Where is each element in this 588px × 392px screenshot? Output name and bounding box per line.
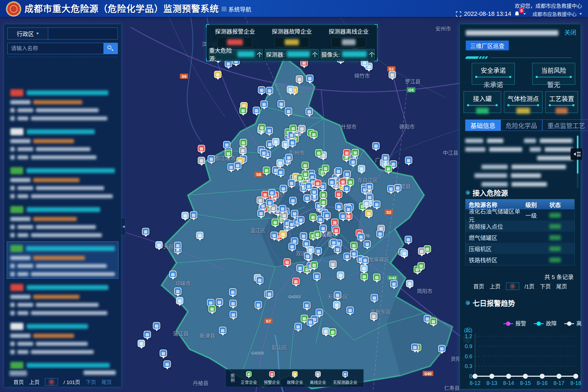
map-marker[interactable]: ▦ bbox=[292, 278, 300, 289]
map-marker[interactable]: ▦ bbox=[155, 241, 163, 252]
prev-page-button[interactable]: 上页 bbox=[490, 282, 501, 290]
map-marker[interactable]: ▦ bbox=[313, 272, 321, 283]
map-marker[interactable]: ▦ bbox=[319, 198, 327, 209]
map-marker[interactable]: ▦ bbox=[328, 178, 336, 189]
map-marker[interactable]: ▦ bbox=[343, 170, 351, 181]
sidebar-collapse-button[interactable]: ◀ bbox=[121, 218, 126, 235]
map-marker[interactable]: ▦ bbox=[305, 182, 313, 193]
map-marker[interactable]: ▦ bbox=[277, 100, 285, 111]
company-list-item[interactable] bbox=[7, 86, 118, 123]
map-marker[interactable]: ▦ bbox=[219, 327, 227, 338]
map-marker[interactable]: ▦ bbox=[310, 261, 318, 272]
map-marker[interactable]: ▦ bbox=[400, 250, 408, 261]
map-marker[interactable]: ▦ bbox=[350, 250, 358, 261]
map-marker[interactable]: ▦ bbox=[333, 301, 341, 312]
map-marker[interactable]: ▦ bbox=[268, 189, 276, 200]
map-marker[interactable]: ▦ bbox=[284, 108, 293, 118]
chevron-down-icon[interactable] bbox=[579, 13, 582, 16]
first-page-button[interactable]: 首页 bbox=[13, 378, 24, 385]
map-marker[interactable]: ▦ bbox=[370, 294, 378, 305]
map-marker[interactable]: ▦ bbox=[333, 291, 342, 302]
map-marker[interactable]: ▦ bbox=[142, 228, 150, 239]
hazard-table-row[interactable]: 视频接入点位 bbox=[465, 220, 574, 232]
map-marker[interactable]: ▦ bbox=[346, 307, 354, 317]
map-marker[interactable]: ▦ bbox=[256, 197, 264, 207]
map-marker[interactable]: ▦ bbox=[295, 75, 304, 86]
map-marker[interactable]: ▦ bbox=[330, 239, 338, 250]
map-marker[interactable]: ▦ bbox=[297, 216, 305, 227]
map-marker[interactable]: ▦ bbox=[271, 219, 279, 229]
map-marker[interactable]: ▦ bbox=[197, 157, 206, 168]
map-marker[interactable]: ▦ bbox=[258, 124, 266, 135]
map-marker[interactable]: ▦ bbox=[301, 170, 310, 181]
map-marker[interactable]: ▦ bbox=[381, 154, 390, 165]
map-marker[interactable]: ▦ bbox=[373, 201, 381, 212]
next-page-button[interactable]: 下页 bbox=[86, 378, 96, 385]
map-marker[interactable]: ▦ bbox=[229, 300, 237, 311]
map-marker[interactable]: ▦ bbox=[224, 150, 232, 161]
prev-page-button[interactable]: 上页 bbox=[29, 378, 39, 385]
chevron-down-icon[interactable] bbox=[523, 13, 526, 16]
map-marker[interactable]: ▦ bbox=[260, 100, 268, 111]
map-marker[interactable]: ▦ bbox=[176, 297, 184, 308]
map-marker[interactable]: ▦ bbox=[239, 107, 247, 118]
map-marker[interactable]: ▦ bbox=[174, 242, 182, 253]
map-marker[interactable]: ▦ bbox=[163, 360, 171, 371]
map-marker[interactable]: ▦ bbox=[252, 107, 261, 118]
map-marker[interactable]: ▦ bbox=[265, 87, 274, 98]
map-marker[interactable]: ▦ bbox=[306, 246, 314, 257]
company-list-item[interactable] bbox=[7, 358, 118, 369]
map-marker[interactable]: ▦ bbox=[279, 185, 287, 196]
notification-bell-icon[interactable]: 0 bbox=[514, 11, 520, 17]
map-marker[interactable]: ▦ bbox=[305, 108, 313, 119]
company-list-item[interactable] bbox=[7, 280, 118, 318]
map-marker[interactable]: ▦ bbox=[265, 290, 274, 301]
company-list-item[interactable] bbox=[7, 319, 118, 357]
map-marker[interactable]: ▦ bbox=[405, 157, 413, 167]
map-marker[interactable]: ▦ bbox=[344, 206, 353, 216]
map-marker[interactable]: ▦ bbox=[254, 301, 262, 312]
next-page-button[interactable]: 下页 bbox=[540, 282, 551, 290]
map-marker[interactable]: ▦ bbox=[411, 344, 419, 354]
map-marker[interactable]: ▦ bbox=[365, 183, 373, 194]
map-marker[interactable]: ▦ bbox=[260, 149, 268, 160]
map-marker[interactable]: ▦ bbox=[197, 145, 206, 156]
map-marker[interactable]: ▦ bbox=[418, 247, 426, 258]
map-marker[interactable]: ▦ bbox=[281, 141, 290, 152]
last-page-button[interactable]: 尾页 bbox=[556, 282, 567, 290]
region-filter-value[interactable] bbox=[48, 27, 118, 39]
map-marker[interactable]: ▦ bbox=[262, 167, 271, 177]
map-marker[interactable]: ▦ bbox=[189, 211, 198, 222]
tab-key-processes[interactable]: 重点监管工艺 bbox=[542, 120, 588, 131]
map-marker[interactable]: ▦ bbox=[438, 345, 446, 356]
map-marker[interactable]: ▦ bbox=[314, 247, 322, 258]
map-marker[interactable]: ▦ bbox=[329, 261, 337, 271]
map-marker[interactable]: ▦ bbox=[329, 328, 337, 339]
map-marker[interactable]: ▦ bbox=[310, 131, 318, 142]
map-marker[interactable]: ▦ bbox=[323, 212, 331, 223]
first-page-button[interactable]: 首页 bbox=[473, 282, 484, 290]
map-marker[interactable]: ▦ bbox=[406, 280, 414, 291]
map-marker[interactable]: ▦ bbox=[258, 86, 266, 97]
fullscreen-icon[interactable] bbox=[456, 11, 461, 17]
map-marker[interactable]: ▦ bbox=[303, 302, 311, 313]
map-marker[interactable]: ▦ bbox=[256, 276, 264, 287]
map-marker[interactable]: ▦ bbox=[417, 262, 425, 273]
map-marker[interactable]: ▦ bbox=[266, 199, 274, 210]
map-marker[interactable]: ▦ bbox=[229, 288, 237, 299]
map-marker[interactable]: ▦ bbox=[429, 318, 437, 329]
map-marker[interactable]: ▦ bbox=[137, 340, 145, 351]
map-marker[interactable]: ▦ bbox=[239, 147, 247, 158]
map-marker[interactable]: ▦ bbox=[387, 185, 395, 196]
map-marker[interactable]: ▦ bbox=[313, 231, 321, 241]
map-marker[interactable]: ▦ bbox=[289, 197, 297, 208]
map-marker[interactable]: ▦ bbox=[174, 287, 182, 298]
map-marker[interactable]: ▦ bbox=[229, 311, 237, 322]
tab-hazardous-chemicals[interactable]: 危险化学品 bbox=[501, 120, 542, 131]
map-marker[interactable]: ▦ bbox=[289, 125, 297, 136]
map-marker[interactable]: ▦ bbox=[159, 350, 167, 360]
hazard-table-row[interactable]: 铁路栈桥区 bbox=[465, 254, 574, 265]
map-marker[interactable]: ▦ bbox=[376, 230, 384, 241]
map-marker[interactable]: ▦ bbox=[285, 154, 293, 165]
map-marker[interactable]: ▦ bbox=[334, 167, 342, 178]
